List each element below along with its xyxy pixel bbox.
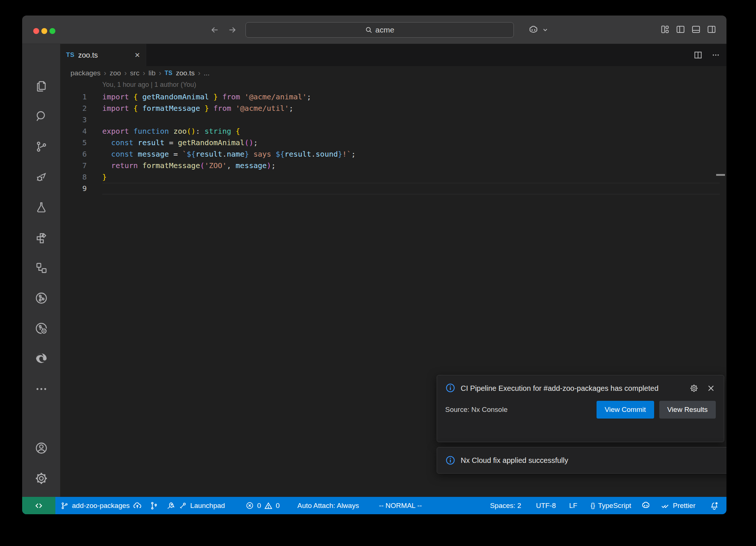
copilot-status[interactable] — [636, 501, 656, 511]
minimize-window-button[interactable] — [41, 28, 47, 34]
line-number: 2 — [60, 103, 87, 114]
code-text — [87, 183, 102, 194]
formatter-status[interactable]: Prettier — [656, 501, 700, 511]
testing-icon[interactable] — [32, 198, 50, 216]
copilot-icon[interactable] — [528, 24, 539, 35]
notification-toast-nx-cloud: Nx Cloud fix applied successfully — [437, 447, 726, 474]
auto-attach-status[interactable]: Auto Attach: Always — [293, 497, 364, 514]
tab-bar: TS zoo.ts × — [60, 44, 726, 66]
language-status[interactable]: {} TypeScript — [586, 502, 636, 510]
notification-message: Nx Cloud fix applied successfully — [461, 456, 568, 465]
close-window-button[interactable] — [33, 28, 39, 34]
launchpad-status[interactable]: Launchpad — [161, 497, 230, 514]
encoding-status[interactable]: UTF-8 — [531, 502, 561, 510]
breadcrumb-overflow[interactable]: ... — [204, 69, 210, 77]
command-center-search[interactable]: acme — [245, 22, 514, 38]
code-editor[interactable]: 1import { getRandomAnimal } from '@acme/… — [60, 91, 726, 194]
rocket-icon — [166, 501, 175, 511]
vscode-window: acme — [22, 16, 726, 514]
code-text: const message = `${result.name} says ${r… — [87, 149, 355, 160]
breadcrumb-item[interactable]: lib — [148, 69, 155, 77]
toggle-primary-sidebar-icon[interactable] — [676, 24, 685, 34]
code-line[interactable]: 9 — [60, 183, 726, 194]
code-text: const result = getRandomAnimal(); — [87, 137, 258, 149]
code-line[interactable]: 2import { formatMessage } from '@acme/ut… — [60, 103, 726, 114]
search-value: acme — [375, 25, 394, 34]
notification-close-icon[interactable] — [706, 383, 716, 393]
error-circle-icon — [245, 501, 254, 510]
breadcrumb-file[interactable]: zoo.ts — [176, 69, 195, 77]
more-actions-icon[interactable] — [711, 50, 721, 60]
traffic-lights — [33, 28, 55, 34]
code-line[interactable]: 8} — [60, 171, 726, 183]
view-commit-button[interactable]: View Commit — [597, 401, 654, 419]
search-icon[interactable] — [32, 108, 50, 125]
braces-icon: {} — [591, 502, 595, 509]
git-blame-annotation: You, 1 hour ago | 1 author (You) — [102, 81, 726, 90]
code-text — [87, 114, 102, 126]
breadcrumb-separator: › — [124, 69, 127, 77]
code-text: } — [87, 171, 107, 183]
code-line[interactable]: 3 — [60, 114, 726, 126]
chevron-down-icon[interactable] — [542, 27, 549, 33]
problems-status[interactable]: 0 0 — [241, 497, 284, 514]
typescript-file-icon: TS — [66, 51, 75, 59]
git-branch-status[interactable]: add-zoo-packages — [55, 497, 147, 514]
line-number: 1 — [60, 91, 87, 103]
code-text: export function zoo(): string { — [87, 126, 240, 137]
double-check-icon — [660, 501, 670, 511]
more-views-icon[interactable] — [32, 380, 50, 398]
toggle-secondary-sidebar-icon[interactable] — [707, 24, 717, 34]
code-line[interactable]: 5 const result = getRandomAnimal(); — [60, 137, 726, 149]
go-forward-icon[interactable] — [226, 24, 238, 36]
typescript-file-icon: TS — [165, 70, 172, 76]
zoom-window-button[interactable] — [49, 28, 55, 34]
notification-settings-gear-icon[interactable] — [689, 383, 699, 393]
settings-gear-icon[interactable] — [32, 470, 50, 487]
accounts-icon[interactable] — [32, 439, 50, 457]
git-graph-icon — [149, 501, 159, 511]
edge-browser-icon[interactable] — [32, 350, 50, 368]
copilot-icon — [641, 501, 651, 511]
source-control-icon[interactable] — [32, 138, 50, 156]
overview-ruler-cursor-mark — [716, 174, 725, 176]
bell-dot-icon — [709, 501, 719, 511]
notifications-bell[interactable] — [705, 501, 721, 511]
view-results-button[interactable]: View Results — [659, 401, 716, 419]
extensions-icon[interactable] — [32, 229, 50, 246]
git-graph-status[interactable] — [147, 497, 161, 514]
line-number: 5 — [60, 137, 87, 149]
code-line[interactable]: 7 return formatMessage('ZOO', message); — [60, 160, 726, 171]
nx-console-icon[interactable] — [32, 289, 50, 307]
go-back-icon[interactable] — [209, 24, 221, 36]
nx-cloud-icon[interactable] — [32, 320, 50, 337]
activity-bar — [22, 44, 60, 497]
code-line[interactable]: 4export function zoo(): string { — [60, 126, 726, 137]
indentation-status[interactable]: Spaces: 2 — [485, 502, 526, 510]
vim-mode-status[interactable]: -- NORMAL -- — [374, 497, 426, 514]
split-editor-icon[interactable] — [693, 50, 703, 60]
remote-indicator[interactable] — [22, 497, 55, 514]
line-number: 6 — [60, 149, 87, 160]
code-line[interactable]: 1import { getRandomAnimal } from '@acme/… — [60, 91, 726, 103]
eol-status[interactable]: LF — [564, 502, 582, 510]
tab-zoo-ts[interactable]: TS zoo.ts × — [60, 44, 146, 66]
close-tab-icon[interactable]: × — [135, 51, 140, 59]
references-icon[interactable] — [32, 259, 50, 277]
breadcrumb-item[interactable]: zoo — [110, 69, 121, 77]
breadcrumb-item[interactable]: packages — [71, 69, 100, 77]
line-number: 8 — [60, 171, 87, 183]
error-count: 0 — [257, 502, 261, 510]
code-line[interactable]: 6 const message = `${result.name} says $… — [60, 149, 726, 160]
toggle-panel-icon[interactable] — [691, 24, 701, 34]
warning-triangle-icon — [264, 501, 273, 510]
customize-layout-icon[interactable] — [660, 24, 670, 34]
line-number: 9 — [60, 183, 87, 194]
explorer-icon[interactable] — [32, 77, 50, 95]
breadcrumb-item[interactable]: src — [130, 69, 139, 77]
current-line-highlight — [102, 183, 720, 194]
breadcrumb: packages›zoo›src›lib›TSzoo.ts›... — [60, 66, 726, 80]
breadcrumb-separator: › — [198, 69, 200, 77]
run-and-debug-icon[interactable] — [32, 168, 50, 186]
line-number: 7 — [60, 160, 87, 171]
